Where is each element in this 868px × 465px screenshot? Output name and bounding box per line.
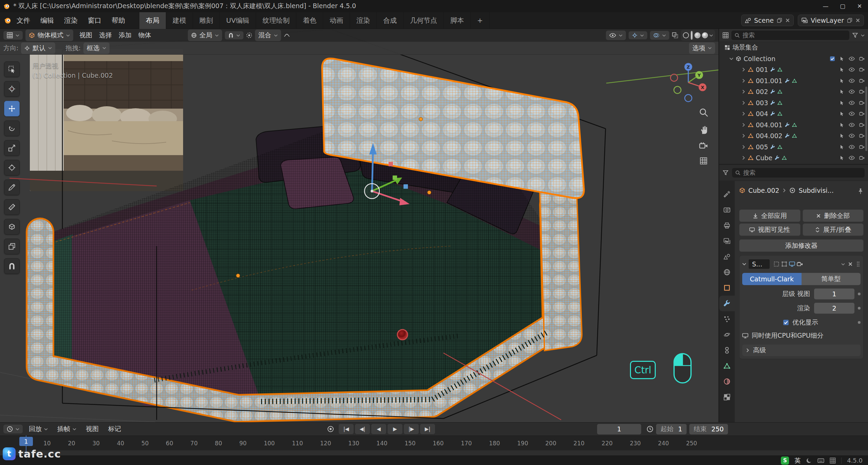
workspace-tab[interactable]: 建模 (166, 12, 193, 29)
falloff-selector[interactable]: 混合 (255, 30, 281, 41)
chevron-down-icon[interactable] (841, 263, 845, 265)
frame-start-field[interactable]: 起始 1 (656, 424, 687, 434)
playback-menu[interactable]: 回放 (25, 423, 51, 435)
selectable-arrow-icon[interactable] (840, 145, 844, 149)
tool-transform[interactable] (4, 160, 20, 175)
drag-dropdown[interactable]: 框选 (83, 42, 110, 54)
timeline-ruler[interactable]: 1020304050607080901001101201301401501601… (0, 435, 868, 450)
tab-render[interactable] (719, 202, 735, 218)
animate-dot[interactable] (858, 321, 861, 324)
outliner-row-object[interactable]: 004 (719, 108, 868, 119)
frame-end-field[interactable]: 结束 250 (689, 424, 728, 434)
outliner-display-mode-icon[interactable] (723, 32, 729, 38)
disclosure-icon[interactable] (742, 123, 746, 127)
tab-object[interactable] (719, 280, 735, 296)
unlink-scene-icon[interactable] (785, 18, 790, 23)
tab-scene[interactable] (719, 249, 735, 264)
scene-selector[interactable]: Scene (741, 15, 794, 26)
render-camera-icon[interactable] (859, 122, 865, 128)
menubar-item[interactable]: 渲染 (59, 14, 83, 27)
tab-object-data[interactable] (719, 358, 735, 374)
workspace-tab[interactable]: 几何节点 (403, 12, 444, 29)
tab-viewlayer[interactable] (719, 233, 735, 249)
workspace-tab[interactable]: + (471, 12, 490, 29)
tab-tool[interactable] (719, 186, 735, 202)
disclosure-icon[interactable] (742, 156, 746, 160)
shading-wireframe-button[interactable] (683, 32, 689, 38)
outliner-row-object[interactable]: 003 (719, 97, 868, 109)
hide-eye-icon[interactable] (849, 155, 855, 161)
ime-badge[interactable]: S (781, 457, 789, 465)
workspace-tab[interactable]: 脚本 (444, 12, 471, 29)
catmull-clark-button[interactable]: Catmull-Clark (742, 273, 802, 285)
blender-logo-icon[interactable] (4, 17, 12, 24)
disclosure-icon[interactable] (742, 68, 746, 72)
current-frame-field[interactable]: 1 (597, 424, 641, 434)
filter-funnel-icon[interactable] (852, 32, 858, 38)
shading-solid-button[interactable] (690, 31, 693, 40)
xray-toggle-icon[interactable] (672, 32, 678, 38)
expand-collapse-button[interactable]: 展开/折叠 (803, 223, 864, 236)
transport-button[interactable]: ◀ (371, 424, 386, 434)
advanced-subpanel[interactable]: 高级 (742, 345, 861, 356)
proportional-edit-icon[interactable] (246, 32, 252, 38)
tab-output[interactable] (719, 218, 735, 233)
auto-keying-icon[interactable] (327, 426, 334, 432)
viewlayer-selector[interactable]: ViewLayer (798, 15, 864, 26)
transport-button[interactable]: ▶ (388, 424, 402, 434)
marker-menu[interactable]: 标记 (105, 423, 124, 435)
workspace-tab[interactable]: 雕刻 (193, 12, 220, 29)
outliner-search-input[interactable]: 搜索 (731, 31, 849, 40)
tab-constraints[interactable] (719, 342, 735, 358)
tool-select-box[interactable] (4, 61, 20, 77)
tool-duplicate[interactable] (4, 239, 20, 254)
animate-dot[interactable] (858, 293, 861, 295)
render-camera-icon[interactable] (859, 100, 865, 106)
viewport-3d[interactable]: Z Y X 物体模式 (0, 29, 719, 422)
current-frame-marker[interactable]: 1 (19, 437, 33, 446)
transport-button[interactable]: |◀ (339, 424, 354, 434)
disclosure-icon[interactable] (729, 57, 733, 61)
gizmos-button[interactable] (629, 31, 647, 39)
breadcrumb-modifier[interactable]: Subdivisi... (798, 187, 833, 194)
outliner-row-object[interactable]: Cube (719, 152, 868, 164)
tool-annotate[interactable] (4, 180, 20, 195)
transport-button[interactable]: |▶ (404, 424, 419, 434)
outliner-row-object[interactable]: 005 (719, 142, 868, 153)
realtime-monitor-icon[interactable] (789, 261, 795, 267)
transport-button[interactable]: ▶| (420, 424, 435, 434)
shading-rendered-button[interactable] (702, 32, 708, 38)
selectable-arrow-icon[interactable] (840, 78, 844, 83)
outliner-row-scene-collection[interactable]: 场景集合 (719, 42, 868, 53)
tool-measure[interactable] (4, 199, 20, 215)
animate-dot[interactable] (858, 307, 861, 310)
breadcrumb-object[interactable]: Cube.002 (748, 187, 779, 194)
edit-mode-icon[interactable] (781, 261, 787, 267)
selectable-arrow-icon[interactable] (840, 111, 844, 116)
workspace-tab[interactable]: 布局 (139, 12, 166, 29)
workspace-tab[interactable]: 纹理绘制 (256, 12, 296, 29)
outliner-row-object[interactable]: 001.001 (719, 75, 868, 87)
delete-modifier-icon[interactable] (848, 262, 853, 266)
render-camera-icon[interactable] (859, 133, 865, 138)
tool-move[interactable] (4, 101, 20, 116)
hide-eye-icon[interactable] (849, 89, 855, 95)
outliner-row-object[interactable]: 002 (719, 86, 868, 97)
hide-eye-icon[interactable] (849, 56, 855, 62)
hide-eye-icon[interactable] (849, 111, 855, 117)
maximize-button[interactable]: ▢ (834, 0, 851, 12)
outliner-row-object[interactable]: 004.002 (719, 130, 868, 142)
keyboard-icon[interactable] (817, 457, 824, 464)
disclosure-icon[interactable] (742, 90, 746, 94)
hide-eye-icon[interactable] (849, 133, 855, 139)
hide-eye-icon[interactable] (849, 122, 855, 128)
selectable-arrow-icon[interactable] (840, 123, 844, 127)
viewport-menu-item[interactable]: 视图 (76, 30, 96, 41)
mode-selector[interactable]: 物体模式 (25, 30, 73, 41)
orientation-dropdown[interactable]: 默认 (21, 42, 55, 54)
view-visibility-button[interactable]: 视图可见性 (739, 223, 801, 236)
properties-filter-icon[interactable] (723, 170, 729, 176)
outliner-scrollbar[interactable] (865, 87, 867, 151)
disclosure-icon[interactable] (742, 112, 746, 116)
render-camera-icon[interactable] (859, 155, 865, 161)
